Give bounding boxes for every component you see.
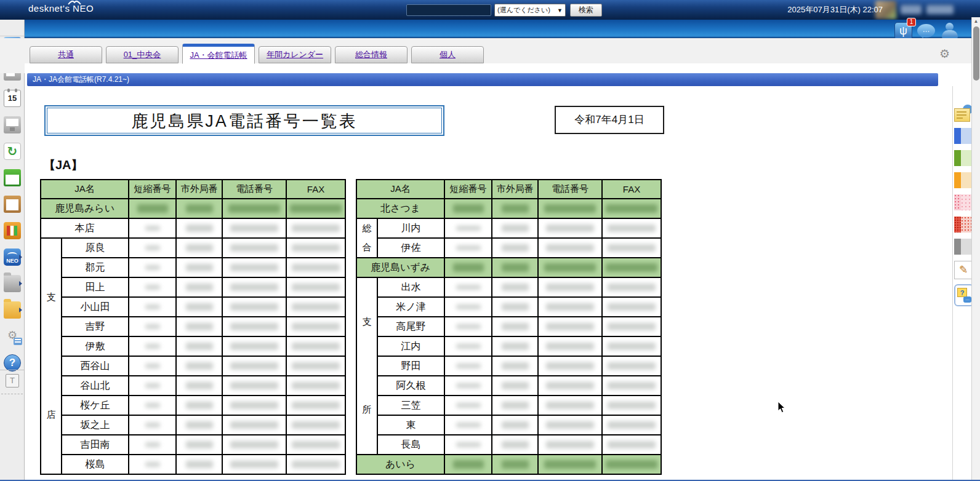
cabinet-folder-icon[interactable] bbox=[4, 275, 21, 292]
clipboard-icon[interactable] bbox=[4, 196, 21, 213]
effective-date-box: 令和7年4月1日 bbox=[555, 106, 664, 134]
redacted-phone-cell bbox=[222, 277, 286, 297]
document-title-box: 鹿児島県JA電話番号一覧表 bbox=[44, 105, 444, 136]
gear-memo-icon[interactable]: ⚙ bbox=[4, 328, 21, 345]
tab-2[interactable]: 01_中央会 bbox=[106, 46, 179, 63]
user-icon[interactable] bbox=[941, 22, 958, 39]
scrollbar-thumb[interactable] bbox=[973, 26, 979, 81]
redacted-phone-cell bbox=[222, 218, 286, 238]
color-swatch-blue[interactable] bbox=[954, 128, 971, 145]
chat-icon[interactable]: … bbox=[917, 24, 935, 38]
ja-phone-table-right: JA名短縮番号市外局番電話番号FAX北さつま総合川内伊佐鹿児島いずみ支所出水米ノ… bbox=[356, 179, 662, 475]
desknets-neo-logo: desknet's NEO bbox=[28, 3, 94, 14]
tab-1[interactable]: 共通 bbox=[30, 46, 102, 63]
help-icon-glyph: ? bbox=[9, 357, 15, 368]
chevron-down-icon: ▼ bbox=[557, 7, 563, 14]
memo-icon[interactable] bbox=[954, 105, 973, 123]
ja-name-cell: 西谷山 bbox=[62, 356, 129, 376]
text-tool-icon[interactable]: T bbox=[6, 374, 19, 388]
blurred-number bbox=[230, 461, 278, 468]
search-button[interactable]: 検索 bbox=[570, 4, 602, 17]
redacted-phone-cell bbox=[176, 356, 222, 376]
ja-name-cell: 吉田南 bbox=[62, 435, 129, 455]
presentation-icon[interactable] bbox=[4, 116, 21, 133]
redacted-phone-cell bbox=[492, 356, 538, 376]
color-swatch-red[interactable] bbox=[954, 217, 971, 234]
color-swatch-gray[interactable] bbox=[954, 239, 971, 256]
column-header: 電話番号 bbox=[538, 180, 602, 199]
redacted-phone-cell bbox=[602, 238, 661, 258]
user-name-blurred[interactable] bbox=[901, 5, 922, 14]
group-label-cell: 支所 bbox=[356, 277, 377, 455]
redacted-phone-cell bbox=[222, 376, 286, 396]
blurred-number bbox=[292, 343, 340, 350]
app-sidebar: 15↻NEO⚙?T bbox=[0, 20, 25, 481]
help-icon[interactable]: ? bbox=[4, 354, 21, 372]
redacted-phone-cell bbox=[492, 218, 538, 238]
neo-app-icon[interactable]: NEO bbox=[4, 248, 21, 266]
infocast-icon[interactable]: ψ 1 bbox=[894, 22, 912, 40]
bookshelf-icon[interactable] bbox=[4, 222, 21, 239]
blurred-number bbox=[228, 204, 280, 213]
blurred-number bbox=[230, 225, 278, 232]
redacted-phone-cell bbox=[176, 258, 222, 277]
ja-branch-row: 伊佐 bbox=[356, 238, 661, 258]
column-header: FAX bbox=[602, 180, 661, 199]
blurred-number bbox=[186, 264, 213, 271]
redacted-phone-cell bbox=[286, 455, 345, 474]
redacted-phone-cell bbox=[286, 238, 345, 258]
color-swatch-orange[interactable] bbox=[954, 172, 971, 189]
gear-icon[interactable]: ⚙ bbox=[939, 47, 950, 61]
todo-list-icon[interactable] bbox=[4, 169, 21, 186]
redacted-phone-cell bbox=[538, 199, 602, 218]
question-glyph: ? bbox=[957, 288, 967, 297]
blurred-number bbox=[292, 244, 340, 252]
ja-name-cell: 阿久根 bbox=[377, 376, 444, 396]
ja-branch-row: 野田 bbox=[356, 356, 661, 376]
blurred-number bbox=[292, 264, 340, 271]
blurred-number bbox=[456, 383, 481, 388]
redacted-phone-cell bbox=[286, 336, 345, 356]
page-banner: JA・JA会館電話帳(R7.4.21~) bbox=[27, 73, 938, 86]
right-panel-divider bbox=[952, 86, 953, 481]
effective-date: 令和7年4月1日 bbox=[574, 114, 644, 125]
color-swatch-green[interactable] bbox=[954, 150, 971, 167]
circulation-icon[interactable]: ↻ bbox=[4, 143, 21, 160]
column-header: 市外局番 bbox=[492, 180, 538, 199]
scroll-up-arrow[interactable]: ▲ bbox=[972, 17, 980, 25]
blurred-number bbox=[292, 402, 340, 409]
blurred-number bbox=[145, 423, 160, 427]
blurred-number bbox=[230, 441, 278, 448]
redacted-phone-cell bbox=[444, 277, 492, 297]
redacted-phone-cell bbox=[129, 238, 176, 258]
ja-name-cell: 鹿児島みらい bbox=[41, 199, 129, 218]
ja-name-cell: 野田 bbox=[377, 356, 444, 376]
search-input[interactable] bbox=[406, 4, 491, 16]
search-category-select[interactable]: (選んでください)▼ bbox=[494, 4, 566, 17]
ja-name-cell: 吉野 bbox=[62, 317, 129, 336]
color-swatch-pink[interactable] bbox=[954, 194, 971, 212]
redacted-phone-cell bbox=[602, 258, 661, 277]
blurred-number bbox=[502, 382, 529, 389]
redacted-phone-cell bbox=[602, 336, 661, 356]
blurred-number bbox=[292, 225, 340, 232]
shared-folder-icon[interactable] bbox=[4, 301, 21, 319]
account-link-blurred[interactable] bbox=[926, 5, 954, 14]
blurred-number bbox=[186, 461, 213, 468]
tab-3[interactable]: JA・会館電話帳 bbox=[182, 44, 255, 64]
blurred-number bbox=[608, 421, 656, 429]
pencil-icon[interactable]: ✎ bbox=[954, 261, 973, 279]
expand-arrow-icon bbox=[19, 255, 25, 260]
tab-5[interactable]: 総合情報 bbox=[335, 46, 408, 63]
ja-branch-row: 西谷山 bbox=[41, 356, 345, 376]
blurred-number bbox=[544, 204, 596, 213]
schedule-icon[interactable]: 15 bbox=[4, 90, 21, 107]
column-header: JA名 bbox=[41, 180, 129, 199]
blurred-number bbox=[145, 383, 160, 388]
vertical-scrollbar[interactable]: ▲ bbox=[971, 17, 980, 481]
text-tool-icon-glyph: T bbox=[10, 376, 15, 385]
tab-label: JA・会館電話帳 bbox=[190, 50, 247, 60]
tab-4[interactable]: 年間カレンダー bbox=[259, 46, 331, 63]
tab-6[interactable]: 個人 bbox=[411, 46, 484, 63]
ja-name-cell: 小山田 bbox=[62, 297, 129, 317]
